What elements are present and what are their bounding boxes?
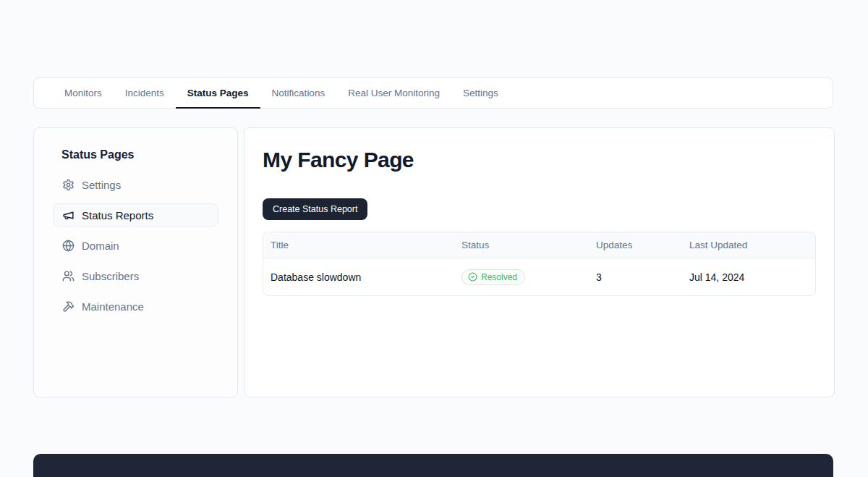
tab-notifications[interactable]: Notifications xyxy=(260,78,337,108)
tab-incidents[interactable]: Incidents xyxy=(114,78,176,108)
bottom-bar xyxy=(33,454,833,477)
sidebar-item-label: Maintenance xyxy=(82,300,144,313)
status-reports-panel: My Fancy Page Create Status Report Title… xyxy=(244,127,835,397)
column-header-last-updated: Last Updated xyxy=(682,232,815,258)
status-reports-table: Title Status Updates Last Updated Databa… xyxy=(263,232,816,296)
sidebar-item-maintenance[interactable]: Maintenance xyxy=(53,295,218,318)
sidebar-item-settings[interactable]: Settings xyxy=(53,173,218,196)
sidebar-item-status-reports[interactable]: Status Reports xyxy=(53,203,218,227)
table-row[interactable]: Database slowdown Resolved 3 Jul 14, 202… xyxy=(263,258,815,295)
sidebar-item-label: Domain xyxy=(82,240,119,252)
hammer-icon xyxy=(62,300,75,313)
tab-settings[interactable]: Settings xyxy=(451,78,510,108)
sidebar-item-label: Status Reports xyxy=(82,209,153,221)
column-header-updates: Updates xyxy=(589,232,682,258)
column-header-title: Title xyxy=(263,232,454,258)
tab-real-user-monitoring[interactable]: Real User Monitoring xyxy=(336,78,451,108)
status-badge: Resolved xyxy=(461,269,525,285)
create-status-report-button[interactable]: Create Status Report xyxy=(263,198,367,220)
circle-check-icon xyxy=(468,272,477,282)
table-header-row: Title Status Updates Last Updated xyxy=(263,232,815,258)
report-title-cell: Database slowdown xyxy=(263,258,454,295)
status-pages-sidebar: Status Pages Settings Status Reports Dom… xyxy=(33,127,238,397)
column-header-status: Status xyxy=(454,232,589,258)
users-icon xyxy=(62,270,75,282)
report-status-cell: Resolved xyxy=(454,258,589,295)
tab-monitors[interactable]: Monitors xyxy=(53,78,114,108)
table-body: Database slowdown Resolved 3 Jul 14, 202… xyxy=(263,258,815,295)
top-nav: Monitors Incidents Status Pages Notifica… xyxy=(33,77,833,109)
status-badge-label: Resolved xyxy=(481,272,517,282)
report-updates-cell: 3 xyxy=(589,258,682,295)
sidebar-item-subscribers[interactable]: Subscribers xyxy=(53,264,218,287)
report-last-updated-cell: Jul 14, 2024 xyxy=(682,258,815,295)
globe-icon xyxy=(62,240,75,252)
tab-status-pages[interactable]: Status Pages xyxy=(176,78,260,108)
sidebar-title: Status Pages xyxy=(53,148,218,161)
page-title: My Fancy Page xyxy=(263,148,816,172)
megaphone-icon xyxy=(62,209,75,221)
gear-icon xyxy=(62,179,75,191)
sidebar-item-domain[interactable]: Domain xyxy=(53,234,218,257)
sidebar-item-label: Settings xyxy=(82,179,121,191)
sidebar-item-label: Subscribers xyxy=(82,270,139,282)
